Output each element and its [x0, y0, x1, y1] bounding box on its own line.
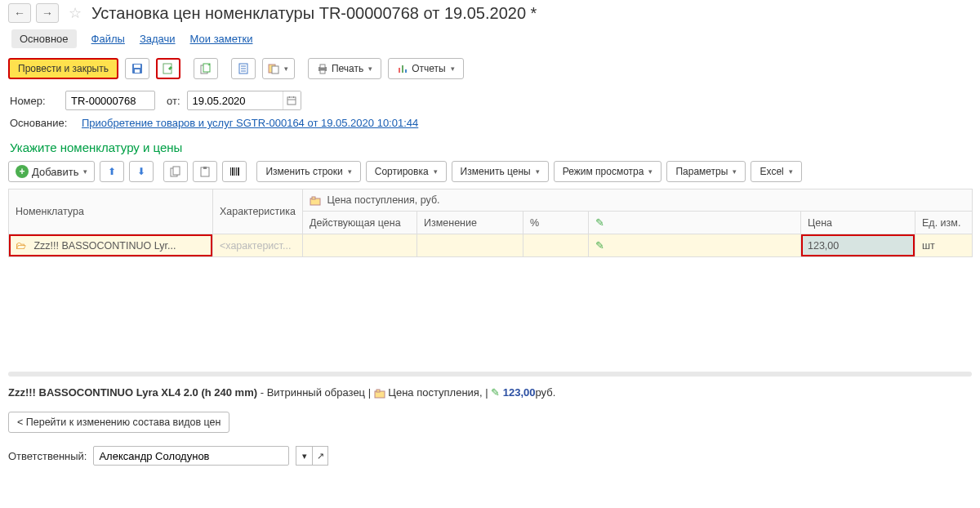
status-price-value: 123,00: [503, 386, 536, 399]
col-edit[interactable]: ✎: [589, 212, 801, 234]
col-change[interactable]: Изменение: [417, 212, 523, 234]
excel-button[interactable]: Excel ▾: [751, 161, 801, 182]
arrow-down-icon: ⬇: [137, 166, 145, 177]
col-current-price[interactable]: Действующая цена: [303, 212, 417, 234]
nav-back-button[interactable]: ←: [8, 3, 31, 23]
cell-characteristic[interactable]: <характерист...: [213, 234, 303, 257]
tab-tasks[interactable]: Задачи: [140, 33, 176, 45]
svg-rect-16: [402, 65, 403, 73]
basis-label: Основание:: [10, 117, 75, 129]
sort-label: Сортировка: [375, 166, 429, 177]
horizontal-scrollbar[interactable]: [8, 372, 972, 377]
cell-nomenclature[interactable]: 🗁 Zzz!!! BASSOCONTINUO Lyr...: [9, 234, 213, 257]
svg-rect-21: [293, 96, 294, 98]
tab-main[interactable]: Основное: [11, 29, 77, 48]
add-label: Добавить: [32, 166, 78, 178]
edit-rows-label: Изменить строки: [265, 166, 342, 177]
plus-icon: +: [16, 165, 29, 178]
svg-rect-15: [399, 68, 400, 73]
col-price-in-label: Цена поступления, руб.: [327, 194, 439, 206]
list-icon: [238, 63, 249, 74]
col-unit[interactable]: Ед. изм.: [915, 212, 973, 234]
col-percent[interactable]: %: [523, 212, 589, 234]
calendar-icon: [287, 96, 296, 105]
copy-doc-button[interactable]: [194, 58, 218, 79]
responsible-open-button[interactable]: ↗: [312, 446, 328, 466]
status-line: Zzz!!! BASSOCONTINUO Lyra XL4 2.0 (h 240…: [0, 381, 980, 403]
tab-files[interactable]: Файлы: [91, 33, 125, 45]
copy-row-button[interactable]: [163, 161, 188, 182]
characteristic-placeholder: <характерист...: [220, 240, 291, 252]
save-button[interactable]: [125, 58, 149, 79]
favorite-star-icon[interactable]: ☆: [69, 4, 82, 22]
list-button[interactable]: [231, 58, 256, 79]
paste-icon: [199, 166, 211, 177]
copy-doc-icon: [200, 63, 212, 74]
svg-rect-25: [203, 167, 207, 169]
col-price[interactable]: Цена: [801, 212, 915, 234]
copy-icon: [170, 166, 181, 177]
responsible-field[interactable]: [93, 446, 289, 466]
sort-button[interactable]: Сортировка ▾: [366, 161, 447, 182]
related-docs-button[interactable]: ▾: [262, 58, 295, 79]
arrow-up-icon: ⬆: [108, 166, 116, 177]
view-mode-button[interactable]: Режим просмотра ▾: [554, 161, 662, 182]
status-variant: - Витринный образец: [257, 386, 365, 399]
number-label: Номер:: [10, 95, 59, 107]
pencil-icon: ✎: [491, 386, 500, 399]
tab-notes[interactable]: Мои заметки: [190, 33, 253, 45]
params-button[interactable]: Параметры ▾: [666, 161, 746, 182]
reports-button[interactable]: Отчеты ▾: [388, 58, 463, 79]
paste-row-button[interactable]: [193, 161, 217, 182]
post-and-close-button[interactable]: Провести и закрыть: [8, 58, 118, 79]
col-nomenclature[interactable]: Номенклатура: [9, 189, 213, 234]
edit-prices-label: Изменить цены: [461, 166, 531, 177]
cell-current-price[interactable]: [303, 234, 417, 257]
cell-percent[interactable]: [523, 234, 589, 257]
calendar-button[interactable]: [283, 91, 301, 109]
reports-icon: [397, 63, 408, 74]
chevron-down-icon: ▾: [451, 65, 455, 73]
section-title: Укажите номенклатуру и цены: [0, 132, 980, 158]
chevron-down-icon: ▾: [368, 65, 372, 73]
table-row[interactable]: 🗁 Zzz!!! BASSOCONTINUO Lyr... <характери…: [9, 234, 973, 257]
pencil-icon: ✎: [595, 240, 604, 252]
status-price-label: Цена поступления,: [388, 386, 482, 399]
svg-rect-20: [289, 96, 290, 98]
price-grid[interactable]: Номенклатура Характеристика Цена поступл…: [8, 189, 973, 257]
svg-rect-11: [272, 66, 278, 74]
svg-rect-29: [236, 167, 237, 176]
basis-link[interactable]: Приобретение товаров и услуг SGTR-000164…: [82, 117, 418, 129]
number-field[interactable]: [65, 91, 155, 110]
svg-rect-14: [320, 70, 325, 74]
cell-nomenclature-text: Zzz!!! BASSOCONTINUO Lyr...: [33, 240, 176, 252]
svg-rect-2: [135, 69, 140, 73]
svg-rect-26: [230, 167, 231, 176]
add-button[interactable]: + Добавить ▾: [8, 161, 95, 182]
edit-rows-button[interactable]: Изменить строки ▾: [256, 161, 360, 182]
svg-rect-23: [173, 167, 180, 175]
barcode-icon: [229, 166, 240, 177]
post-button[interactable]: [156, 58, 180, 79]
col-price-in-group[interactable]: Цена поступления, руб.: [303, 189, 973, 212]
edit-prices-button[interactable]: Изменить цены ▾: [452, 161, 549, 182]
chevron-down-icon: ▾: [536, 167, 540, 176]
cell-edit[interactable]: ✎: [589, 234, 801, 257]
barcode-button[interactable]: [222, 161, 247, 182]
nav-forward-button[interactable]: →: [36, 3, 59, 23]
from-label: от:: [167, 95, 180, 107]
chevron-down-icon: ▾: [434, 167, 438, 176]
move-down-button[interactable]: ⬇: [129, 161, 154, 182]
goto-price-types-button[interactable]: < Перейти к изменению состава видов цен: [8, 412, 229, 433]
svg-rect-17: [405, 69, 407, 73]
print-button[interactable]: Печать ▾: [308, 58, 381, 79]
excel-label: Excel: [760, 166, 783, 177]
cell-price[interactable]: 123,00: [801, 234, 915, 257]
cell-unit[interactable]: шт: [915, 234, 973, 257]
svg-rect-27: [232, 167, 234, 176]
move-up-button[interactable]: ⬆: [100, 161, 124, 182]
responsible-dropdown-button[interactable]: ▾: [296, 446, 312, 466]
cell-change[interactable]: [417, 234, 523, 257]
col-characteristic[interactable]: Характеристика: [213, 189, 303, 234]
post-icon: [163, 63, 174, 74]
